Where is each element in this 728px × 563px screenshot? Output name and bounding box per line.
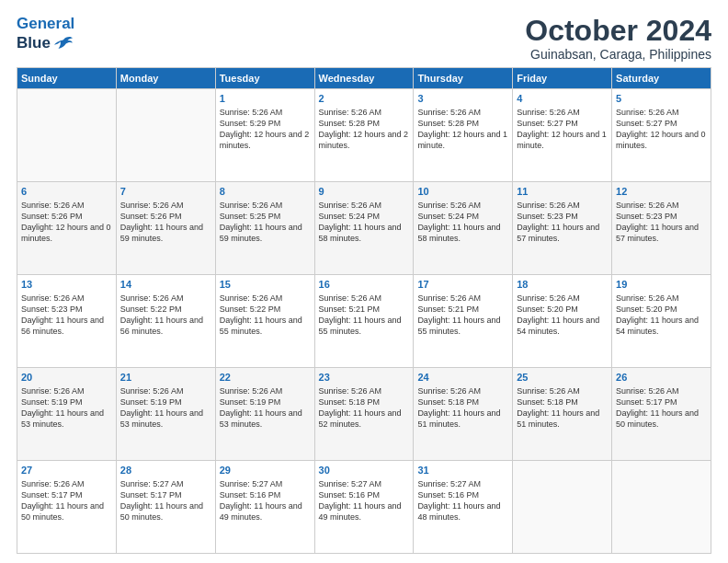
calendar-cell: 1Sunrise: 5:26 AMSunset: 5:29 PMDaylight… (215, 89, 314, 182)
cell-info: Sunrise: 5:26 AMSunset: 5:20 PMDaylight:… (517, 293, 599, 336)
day-number: 17 (417, 278, 508, 292)
day-number: 7 (120, 185, 211, 199)
logo-text: General (17, 15, 74, 33)
day-number: 6 (21, 185, 112, 199)
location: Guinabsan, Caraga, Philippines (525, 47, 711, 62)
cell-info: Sunrise: 5:26 AMSunset: 5:23 PMDaylight:… (21, 293, 104, 336)
day-number: 27 (21, 464, 112, 477)
cell-info: Sunrise: 5:26 AMSunset: 5:19 PMDaylight:… (120, 386, 203, 429)
cell-info: Sunrise: 5:27 AMSunset: 5:16 PMDaylight:… (319, 479, 402, 522)
calendar-cell: 7Sunrise: 5:26 AMSunset: 5:26 PMDaylight… (116, 182, 215, 275)
calendar-cell: 29Sunrise: 5:27 AMSunset: 5:16 PMDayligh… (215, 461, 314, 554)
calendar-cell: 20Sunrise: 5:26 AMSunset: 5:19 PMDayligh… (17, 368, 117, 461)
calendar-cell: 13Sunrise: 5:26 AMSunset: 5:23 PMDayligh… (17, 275, 117, 368)
calendar-cell: 27Sunrise: 5:26 AMSunset: 5:17 PMDayligh… (17, 461, 117, 554)
day-number: 15 (220, 278, 311, 292)
cell-info: Sunrise: 5:26 AMSunset: 5:28 PMDaylight:… (417, 108, 507, 150)
cell-info: Sunrise: 5:26 AMSunset: 5:27 PMDaylight:… (616, 108, 706, 150)
cell-info: Sunrise: 5:26 AMSunset: 5:19 PMDaylight:… (220, 386, 302, 429)
calendar-cell: 26Sunrise: 5:26 AMSunset: 5:17 PMDayligh… (612, 368, 711, 461)
calendar-cell: 6Sunrise: 5:26 AMSunset: 5:26 PMDaylight… (17, 182, 117, 275)
calendar-cell: 15Sunrise: 5:26 AMSunset: 5:22 PMDayligh… (215, 275, 314, 368)
day-number: 14 (120, 278, 211, 292)
weekday-header: Tuesday (215, 68, 314, 89)
month-title: October 2024 (525, 15, 711, 47)
calendar-cell: 22Sunrise: 5:26 AMSunset: 5:19 PMDayligh… (215, 368, 314, 461)
day-number: 8 (220, 185, 311, 199)
calendar-cell: 19Sunrise: 5:26 AMSunset: 5:20 PMDayligh… (612, 275, 711, 368)
day-number: 13 (21, 278, 112, 292)
day-number: 12 (616, 185, 707, 199)
calendar-week-row: 27Sunrise: 5:26 AMSunset: 5:17 PMDayligh… (17, 461, 711, 554)
calendar-cell: 11Sunrise: 5:26 AMSunset: 5:23 PMDayligh… (513, 182, 612, 275)
cell-info: Sunrise: 5:26 AMSunset: 5:25 PMDaylight:… (220, 201, 302, 243)
day-number: 24 (417, 371, 508, 385)
calendar-cell: 24Sunrise: 5:26 AMSunset: 5:18 PMDayligh… (414, 368, 513, 461)
calendar-cell: 14Sunrise: 5:26 AMSunset: 5:22 PMDayligh… (116, 275, 215, 368)
weekday-header: Wednesday (314, 68, 414, 89)
weekday-header: Friday (513, 68, 612, 89)
calendar-cell: 25Sunrise: 5:26 AMSunset: 5:18 PMDayligh… (513, 368, 612, 461)
day-number: 3 (417, 92, 508, 106)
cell-info: Sunrise: 5:26 AMSunset: 5:24 PMDaylight:… (417, 201, 500, 243)
cell-info: Sunrise: 5:26 AMSunset: 5:18 PMDaylight:… (319, 386, 402, 429)
day-number: 4 (517, 92, 608, 106)
cell-info: Sunrise: 5:26 AMSunset: 5:26 PMDaylight:… (21, 201, 111, 243)
day-number: 10 (417, 185, 508, 199)
weekday-header: Sunday (17, 68, 117, 89)
logo: General Blue (17, 15, 74, 53)
calendar-cell (612, 461, 711, 554)
cell-info: Sunrise: 5:26 AMSunset: 5:18 PMDaylight:… (417, 386, 500, 429)
cell-info: Sunrise: 5:26 AMSunset: 5:24 PMDaylight:… (319, 201, 402, 243)
calendar-cell: 2Sunrise: 5:26 AMSunset: 5:28 PMDaylight… (314, 89, 414, 182)
day-number: 2 (319, 92, 410, 106)
calendar-week-row: 20Sunrise: 5:26 AMSunset: 5:19 PMDayligh… (17, 368, 711, 461)
day-number: 5 (616, 92, 707, 106)
cell-info: Sunrise: 5:26 AMSunset: 5:27 PMDaylight:… (517, 108, 607, 150)
cell-info: Sunrise: 5:26 AMSunset: 5:20 PMDaylight:… (616, 293, 699, 336)
day-number: 1 (220, 92, 311, 106)
calendar-cell: 8Sunrise: 5:26 AMSunset: 5:25 PMDaylight… (215, 182, 314, 275)
calendar-cell: 5Sunrise: 5:26 AMSunset: 5:27 PMDaylight… (612, 89, 711, 182)
calendar-cell: 3Sunrise: 5:26 AMSunset: 5:28 PMDaylight… (414, 89, 513, 182)
title-block: October 2024 Guinabsan, Caraga, Philippi… (525, 15, 711, 62)
calendar-cell: 21Sunrise: 5:26 AMSunset: 5:19 PMDayligh… (116, 368, 215, 461)
cell-info: Sunrise: 5:27 AMSunset: 5:17 PMDaylight:… (120, 479, 203, 522)
calendar-cell: 12Sunrise: 5:26 AMSunset: 5:23 PMDayligh… (612, 182, 711, 275)
cell-info: Sunrise: 5:26 AMSunset: 5:23 PMDaylight:… (616, 201, 699, 243)
day-number: 29 (220, 464, 311, 477)
cell-info: Sunrise: 5:26 AMSunset: 5:23 PMDaylight:… (517, 201, 599, 243)
calendar-cell (513, 461, 612, 554)
cell-info: Sunrise: 5:26 AMSunset: 5:28 PMDaylight:… (319, 108, 409, 150)
calendar-cell: 23Sunrise: 5:26 AMSunset: 5:18 PMDayligh… (314, 368, 414, 461)
calendar-cell: 31Sunrise: 5:27 AMSunset: 5:16 PMDayligh… (414, 461, 513, 554)
weekday-header: Saturday (612, 68, 711, 89)
day-number: 22 (220, 371, 311, 385)
calendar-cell: 28Sunrise: 5:27 AMSunset: 5:17 PMDayligh… (116, 461, 215, 554)
cell-info: Sunrise: 5:26 AMSunset: 5:21 PMDaylight:… (319, 293, 402, 336)
calendar-cell: 16Sunrise: 5:26 AMSunset: 5:21 PMDayligh… (314, 275, 414, 368)
calendar-week-row: 13Sunrise: 5:26 AMSunset: 5:23 PMDayligh… (17, 275, 711, 368)
cell-info: Sunrise: 5:27 AMSunset: 5:16 PMDaylight:… (220, 479, 302, 522)
day-number: 21 (120, 371, 211, 385)
cell-info: Sunrise: 5:26 AMSunset: 5:22 PMDaylight:… (120, 293, 203, 336)
cell-info: Sunrise: 5:26 AMSunset: 5:22 PMDaylight:… (220, 293, 302, 336)
day-number: 16 (319, 278, 410, 292)
day-number: 20 (21, 371, 112, 385)
day-number: 11 (517, 185, 608, 199)
cell-info: Sunrise: 5:26 AMSunset: 5:19 PMDaylight:… (21, 386, 104, 429)
calendar-cell (17, 89, 117, 182)
calendar-table: SundayMondayTuesdayWednesdayThursdayFrid… (17, 67, 711, 554)
cell-info: Sunrise: 5:26 AMSunset: 5:21 PMDaylight:… (417, 293, 500, 336)
day-number: 31 (417, 464, 508, 477)
day-number: 19 (616, 278, 707, 292)
calendar-cell: 10Sunrise: 5:26 AMSunset: 5:24 PMDayligh… (414, 182, 513, 275)
calendar-cell: 17Sunrise: 5:26 AMSunset: 5:21 PMDayligh… (414, 275, 513, 368)
calendar-header-row: SundayMondayTuesdayWednesdayThursdayFrid… (17, 68, 711, 89)
calendar-cell: 18Sunrise: 5:26 AMSunset: 5:20 PMDayligh… (513, 275, 612, 368)
header: General Blue October 2024 Guinabsan, Car… (17, 15, 711, 62)
cell-info: Sunrise: 5:26 AMSunset: 5:17 PMDaylight:… (21, 479, 104, 522)
cell-info: Sunrise: 5:26 AMSunset: 5:18 PMDaylight:… (517, 386, 599, 429)
day-number: 23 (319, 371, 410, 385)
day-number: 25 (517, 371, 608, 385)
